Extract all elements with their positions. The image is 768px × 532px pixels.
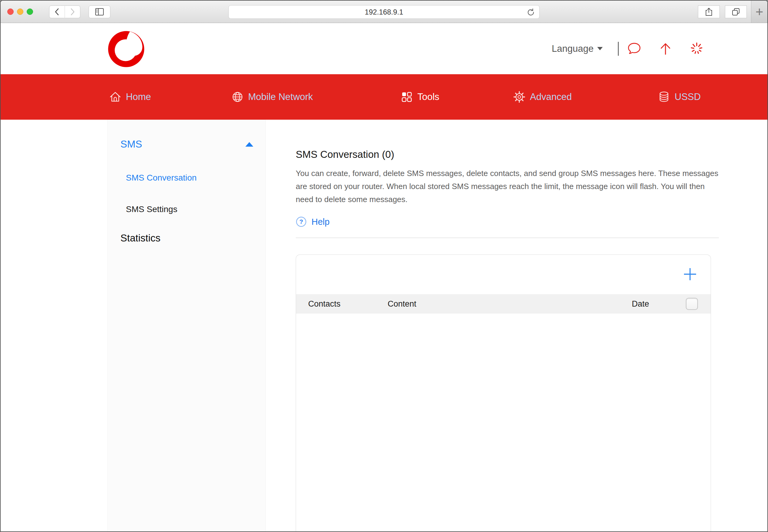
sidebar: SMS SMS Conversation SMS Settings Statis… bbox=[107, 120, 266, 532]
nav-item-home[interactable]: Home bbox=[109, 74, 151, 120]
column-header-content: Content bbox=[388, 299, 632, 309]
main-navigation: Home Mobile Network bbox=[1, 74, 767, 120]
database-icon bbox=[658, 91, 670, 103]
gear-icon bbox=[513, 91, 526, 103]
back-chevron-icon bbox=[53, 8, 61, 16]
sidebar-item-label: SMS Settings bbox=[126, 204, 177, 214]
page-body: SMS SMS Conversation SMS Settings Statis… bbox=[1, 120, 767, 532]
help-label: Help bbox=[312, 217, 330, 227]
question-mark-icon: ? bbox=[296, 216, 307, 227]
sidebar-item-statistics[interactable]: Statistics bbox=[120, 232, 160, 244]
minimize-window-button[interactable] bbox=[17, 8, 23, 15]
nav-label: Advanced bbox=[530, 91, 572, 102]
upload-arrow-icon[interactable] bbox=[659, 42, 672, 55]
section-divider bbox=[296, 238, 719, 238]
globe-icon bbox=[231, 91, 244, 103]
table-header-row: Contacts Content Date bbox=[296, 294, 711, 314]
sidebar-panel-icon bbox=[94, 8, 105, 16]
chevron-down-icon bbox=[597, 47, 603, 50]
sms-table-card: Contacts Content Date bbox=[296, 254, 711, 532]
page-description: You can create, forward, delete SMS mess… bbox=[296, 167, 720, 206]
table-toolbar bbox=[296, 255, 711, 294]
nav-label: Home bbox=[126, 91, 151, 102]
help-link[interactable]: ? Help bbox=[296, 216, 341, 227]
tabs-icon bbox=[731, 7, 740, 16]
sidebar-sms-label: SMS bbox=[120, 138, 142, 150]
main-content: SMS Conversation (0) You can create, for… bbox=[296, 120, 719, 532]
loading-spinner-icon bbox=[690, 42, 704, 56]
url-text: 192.168.9.1 bbox=[365, 8, 403, 16]
forward-button[interactable] bbox=[65, 5, 80, 18]
new-tab-button[interactable]: + bbox=[751, 1, 767, 23]
sidebar-item-sms-settings[interactable]: SMS Settings bbox=[126, 204, 177, 214]
share-icon bbox=[705, 7, 713, 16]
home-icon bbox=[109, 91, 122, 103]
plus-glyph: + bbox=[756, 4, 763, 19]
traffic-lights bbox=[7, 1, 33, 23]
sidebar-item-label: Statistics bbox=[120, 232, 160, 244]
new-message-button[interactable] bbox=[683, 267, 697, 281]
back-button[interactable] bbox=[49, 5, 65, 18]
svg-text:?: ? bbox=[299, 218, 303, 225]
collapse-arrow-icon[interactable] bbox=[246, 142, 253, 147]
header-divider bbox=[618, 42, 619, 56]
share-button[interactable] bbox=[698, 5, 720, 18]
header-icons bbox=[627, 42, 704, 56]
sidebar-item-sms[interactable]: SMS bbox=[120, 138, 253, 150]
nav-item-tools[interactable]: Tools bbox=[400, 74, 439, 120]
message-bubble-icon[interactable] bbox=[627, 42, 641, 55]
nav-label: Tools bbox=[417, 91, 439, 102]
sidebar-toggle-button[interactable] bbox=[88, 5, 110, 18]
browser-toolbar: 192.168.9.1 bbox=[1, 1, 767, 23]
browser-window: 192.168.9.1 bbox=[0, 0, 768, 532]
grid-icon bbox=[400, 91, 413, 103]
header-controls: Language bbox=[552, 23, 704, 74]
tab-overview-button[interactable] bbox=[725, 5, 747, 18]
reload-icon[interactable] bbox=[526, 8, 535, 18]
table-body-empty bbox=[296, 314, 711, 532]
nav-label: USSD bbox=[675, 91, 701, 102]
nav-label: Mobile Network bbox=[248, 91, 313, 102]
address-bar[interactable]: 192.168.9.1 bbox=[229, 5, 539, 19]
column-header-date: Date bbox=[632, 299, 686, 309]
forward-chevron-icon bbox=[68, 8, 76, 16]
language-selector[interactable]: Language bbox=[552, 43, 603, 54]
language-label: Language bbox=[552, 43, 594, 54]
nav-item-ussd[interactable]: USSD bbox=[658, 74, 701, 120]
close-window-button[interactable] bbox=[7, 8, 14, 15]
page-title: SMS Conversation (0) bbox=[296, 120, 719, 160]
vodafone-logo bbox=[107, 30, 145, 68]
nav-item-advanced[interactable]: Advanced bbox=[513, 74, 572, 120]
zoom-window-button[interactable] bbox=[27, 8, 33, 15]
nav-item-mobile-network[interactable]: Mobile Network bbox=[231, 74, 313, 120]
select-all-checkbox[interactable] bbox=[686, 298, 698, 310]
sidebar-item-label: SMS Conversation bbox=[126, 173, 197, 182]
sidebar-item-sms-conversation[interactable]: SMS Conversation bbox=[126, 173, 197, 183]
column-header-contacts: Contacts bbox=[308, 299, 388, 309]
site-header: Language bbox=[1, 23, 767, 74]
